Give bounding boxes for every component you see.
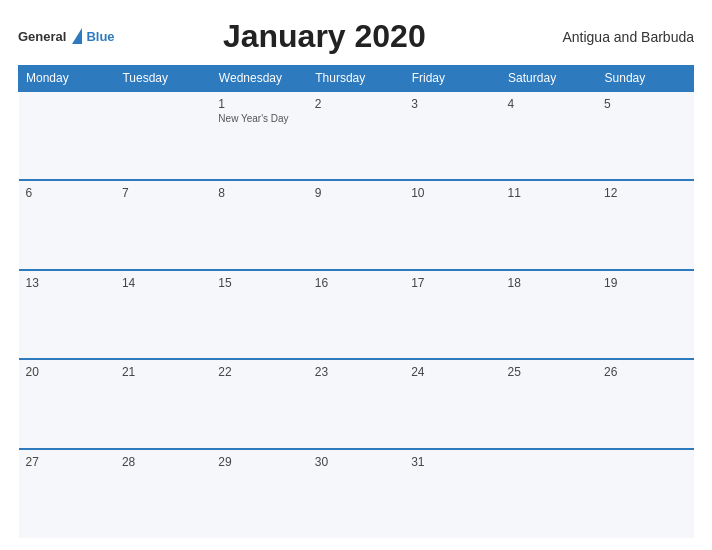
day-number: 18	[508, 276, 590, 290]
calendar-cell: 6	[19, 180, 115, 269]
day-number: 23	[315, 365, 397, 379]
day-number: 17	[411, 276, 493, 290]
day-number: 14	[122, 276, 204, 290]
weekday-header-row: Monday Tuesday Wednesday Thursday Friday…	[19, 66, 694, 92]
day-number: 26	[604, 365, 686, 379]
calendar-cell: 23	[308, 359, 404, 448]
calendar-cell: 30	[308, 449, 404, 538]
day-number: 8	[218, 186, 300, 200]
calendar-cell: 10	[404, 180, 500, 269]
calendar-cell: 5	[597, 91, 693, 180]
calendar-cell: 2	[308, 91, 404, 180]
day-number: 16	[315, 276, 397, 290]
header-saturday: Saturday	[501, 66, 597, 92]
calendar-cell: 4	[501, 91, 597, 180]
calendar-cell: 15	[211, 270, 307, 359]
day-number: 4	[508, 97, 590, 111]
calendar-cell: 1New Year's Day	[211, 91, 307, 180]
day-number: 7	[122, 186, 204, 200]
header-sunday: Sunday	[597, 66, 693, 92]
calendar-page: General Blue January 2020 Antigua and Ba…	[0, 0, 712, 550]
day-number: 15	[218, 276, 300, 290]
day-number: 11	[508, 186, 590, 200]
calendar-cell	[501, 449, 597, 538]
calendar-cell: 11	[501, 180, 597, 269]
header-thursday: Thursday	[308, 66, 404, 92]
day-number: 6	[26, 186, 108, 200]
calendar-table: Monday Tuesday Wednesday Thursday Friday…	[18, 65, 694, 538]
logo-general-text: General	[18, 29, 66, 44]
day-number: 21	[122, 365, 204, 379]
calendar-week-row: 6789101112	[19, 180, 694, 269]
calendar-week-row: 2728293031	[19, 449, 694, 538]
day-number: 27	[26, 455, 108, 469]
calendar-cell: 8	[211, 180, 307, 269]
calendar-cell	[115, 91, 211, 180]
calendar-cell: 7	[115, 180, 211, 269]
calendar-cell: 28	[115, 449, 211, 538]
calendar-cell: 14	[115, 270, 211, 359]
calendar-cell: 27	[19, 449, 115, 538]
header-tuesday: Tuesday	[115, 66, 211, 92]
calendar-cell: 13	[19, 270, 115, 359]
header-monday: Monday	[19, 66, 115, 92]
calendar-cell	[597, 449, 693, 538]
calendar-cell: 17	[404, 270, 500, 359]
day-number: 28	[122, 455, 204, 469]
day-number: 1	[218, 97, 300, 111]
day-number: 2	[315, 97, 397, 111]
calendar-cell: 26	[597, 359, 693, 448]
logo: General Blue	[18, 28, 115, 46]
day-number: 12	[604, 186, 686, 200]
logo-blue-text: Blue	[86, 29, 114, 44]
day-number: 20	[26, 365, 108, 379]
header: General Blue January 2020 Antigua and Ba…	[18, 18, 694, 55]
calendar-cell: 3	[404, 91, 500, 180]
calendar-cell: 21	[115, 359, 211, 448]
calendar-week-row: 20212223242526	[19, 359, 694, 448]
day-number: 30	[315, 455, 397, 469]
day-number: 19	[604, 276, 686, 290]
calendar-week-row: 13141516171819	[19, 270, 694, 359]
page-title: January 2020	[115, 18, 534, 55]
day-number: 13	[26, 276, 108, 290]
calendar-cell: 12	[597, 180, 693, 269]
country-label: Antigua and Barbuda	[534, 29, 694, 45]
day-number: 10	[411, 186, 493, 200]
holiday-label: New Year's Day	[218, 113, 300, 124]
calendar-cell: 9	[308, 180, 404, 269]
calendar-cell: 16	[308, 270, 404, 359]
calendar-cell: 25	[501, 359, 597, 448]
day-number: 29	[218, 455, 300, 469]
header-friday: Friday	[404, 66, 500, 92]
day-number: 9	[315, 186, 397, 200]
header-wednesday: Wednesday	[211, 66, 307, 92]
day-number: 31	[411, 455, 493, 469]
calendar-cell: 22	[211, 359, 307, 448]
day-number: 24	[411, 365, 493, 379]
calendar-cell: 20	[19, 359, 115, 448]
day-number: 22	[218, 365, 300, 379]
calendar-cell: 19	[597, 270, 693, 359]
calendar-cell: 29	[211, 449, 307, 538]
day-number: 3	[411, 97, 493, 111]
calendar-cell: 24	[404, 359, 500, 448]
day-number: 5	[604, 97, 686, 111]
calendar-cell	[19, 91, 115, 180]
calendar-cell: 18	[501, 270, 597, 359]
calendar-cell: 31	[404, 449, 500, 538]
calendar-week-row: 1New Year's Day2345	[19, 91, 694, 180]
logo-triangle-icon	[72, 28, 82, 44]
day-number: 25	[508, 365, 590, 379]
